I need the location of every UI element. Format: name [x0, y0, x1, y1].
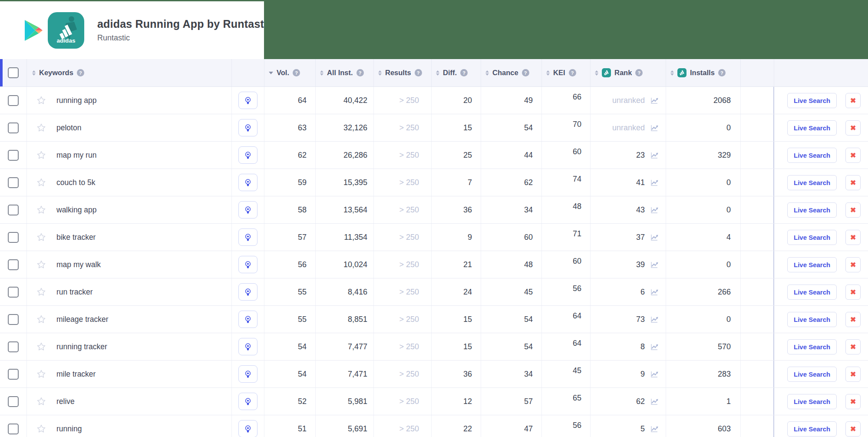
rank-history-chart-icon[interactable] — [650, 233, 659, 242]
col-header-results[interactable]: Results ? — [374, 59, 432, 86]
live-search-button[interactable]: Live Search — [787, 230, 837, 245]
row-checkbox[interactable] — [8, 232, 19, 243]
help-icon[interactable]: ? — [569, 69, 576, 76]
favorite-star-icon[interactable] — [37, 96, 46, 105]
sort-icon[interactable] — [436, 70, 439, 76]
row-checkbox[interactable] — [8, 369, 19, 380]
rank-history-chart-icon[interactable] — [650, 124, 659, 132]
live-search-button[interactable]: Live Search — [787, 202, 837, 218]
suggestion-bulb-button[interactable] — [238, 283, 257, 301]
live-search-button[interactable]: Live Search — [787, 93, 837, 108]
suggestion-bulb-button[interactable] — [238, 420, 257, 437]
favorite-star-icon[interactable] — [37, 424, 46, 433]
favorite-star-icon[interactable] — [37, 205, 46, 214]
remove-keyword-button[interactable]: ✖ — [845, 312, 861, 327]
sort-icon[interactable] — [32, 70, 36, 76]
row-checkbox[interactable] — [8, 341, 19, 352]
rank-history-chart-icon[interactable] — [650, 206, 659, 214]
col-header-vol[interactable]: Vol. ? — [264, 59, 316, 86]
favorite-star-icon[interactable] — [37, 370, 46, 378]
favorite-star-icon[interactable] — [37, 178, 46, 187]
favorite-star-icon[interactable] — [37, 260, 46, 269]
help-icon[interactable]: ? — [293, 69, 300, 76]
rank-history-chart-icon[interactable] — [650, 343, 659, 351]
sort-icon[interactable] — [485, 70, 489, 76]
remove-keyword-button[interactable]: ✖ — [845, 421, 861, 437]
suggestion-bulb-button[interactable] — [238, 119, 257, 136]
suggestion-bulb-button[interactable] — [238, 201, 257, 218]
remove-keyword-button[interactable]: ✖ — [845, 285, 861, 300]
col-header-kei[interactable]: KEI ? — [542, 59, 591, 86]
select-all-checkbox[interactable] — [8, 67, 19, 78]
sort-icon[interactable] — [595, 70, 598, 76]
rank-history-chart-icon[interactable] — [650, 315, 659, 324]
live-search-button[interactable]: Live Search — [787, 148, 837, 163]
remove-keyword-button[interactable]: ✖ — [845, 367, 861, 382]
live-search-button[interactable]: Live Search — [787, 120, 837, 136]
remove-keyword-button[interactable]: ✖ — [845, 175, 861, 190]
help-icon[interactable]: ? — [635, 69, 643, 76]
help-icon[interactable]: ? — [718, 69, 726, 76]
col-header-rank[interactable]: Rank ? — [591, 59, 666, 86]
remove-keyword-button[interactable]: ✖ — [845, 120, 861, 136]
live-search-button[interactable]: Live Search — [787, 339, 837, 354]
row-checkbox[interactable] — [8, 424, 19, 434]
remove-keyword-button[interactable]: ✖ — [845, 339, 861, 354]
help-icon[interactable]: ? — [522, 69, 529, 76]
favorite-star-icon[interactable] — [37, 151, 46, 159]
live-search-button[interactable]: Live Search — [787, 312, 837, 327]
favorite-star-icon[interactable] — [37, 397, 46, 406]
favorite-star-icon[interactable] — [37, 315, 46, 324]
sort-icon[interactable] — [546, 70, 550, 76]
rank-history-chart-icon[interactable] — [650, 370, 659, 378]
live-search-button[interactable]: Live Search — [787, 367, 837, 382]
row-checkbox[interactable] — [8, 150, 19, 161]
remove-keyword-button[interactable]: ✖ — [845, 230, 861, 245]
live-search-button[interactable]: Live Search — [787, 285, 837, 300]
live-search-button[interactable]: Live Search — [787, 421, 837, 437]
favorite-star-icon[interactable] — [37, 123, 46, 132]
row-checkbox[interactable] — [8, 314, 19, 325]
remove-keyword-button[interactable]: ✖ — [845, 257, 861, 272]
col-header-keywords[interactable]: Keywords ? — [27, 59, 232, 86]
row-checkbox[interactable] — [8, 287, 19, 298]
sort-icon[interactable] — [378, 70, 382, 76]
row-checkbox[interactable] — [8, 95, 19, 106]
row-checkbox[interactable] — [8, 122, 19, 133]
suggestion-bulb-button[interactable] — [238, 311, 257, 328]
help-icon[interactable]: ? — [356, 69, 364, 76]
live-search-button[interactable]: Live Search — [787, 257, 837, 272]
remove-keyword-button[interactable]: ✖ — [845, 202, 861, 218]
suggestion-bulb-button[interactable] — [238, 92, 257, 109]
help-icon[interactable]: ? — [77, 69, 84, 76]
remove-keyword-button[interactable]: ✖ — [845, 148, 861, 163]
rank-history-chart-icon[interactable] — [650, 179, 659, 187]
suggestion-bulb-button[interactable] — [238, 365, 257, 383]
remove-keyword-button[interactable]: ✖ — [845, 394, 861, 409]
live-search-button[interactable]: Live Search — [787, 175, 837, 190]
favorite-star-icon[interactable] — [37, 342, 46, 351]
row-checkbox[interactable] — [8, 259, 19, 270]
suggestion-bulb-button[interactable] — [238, 146, 257, 164]
row-checkbox[interactable] — [8, 205, 19, 215]
suggestion-bulb-button[interactable] — [238, 174, 257, 191]
help-icon[interactable]: ? — [415, 69, 422, 76]
rank-history-chart-icon[interactable] — [650, 261, 659, 269]
col-header-chance[interactable]: Chance ? — [481, 59, 542, 86]
suggestion-bulb-button[interactable] — [238, 256, 257, 273]
rank-history-chart-icon[interactable] — [650, 288, 659, 296]
col-header-installs[interactable]: Installs ? — [666, 59, 741, 86]
col-header-diff[interactable]: Diff. ? — [432, 59, 481, 86]
live-search-button[interactable]: Live Search — [787, 394, 837, 409]
row-checkbox[interactable] — [8, 177, 19, 188]
rank-history-chart-icon[interactable] — [650, 425, 659, 433]
favorite-star-icon[interactable] — [37, 288, 46, 296]
rank-history-chart-icon[interactable] — [650, 151, 659, 159]
rank-history-chart-icon[interactable] — [650, 397, 659, 406]
suggestion-bulb-button[interactable] — [238, 228, 257, 246]
remove-keyword-button[interactable]: ✖ — [845, 93, 861, 108]
sort-icon[interactable] — [670, 70, 674, 76]
suggestion-bulb-button[interactable] — [238, 393, 257, 410]
sort-icon[interactable] — [320, 70, 323, 76]
help-icon[interactable]: ? — [460, 69, 468, 76]
